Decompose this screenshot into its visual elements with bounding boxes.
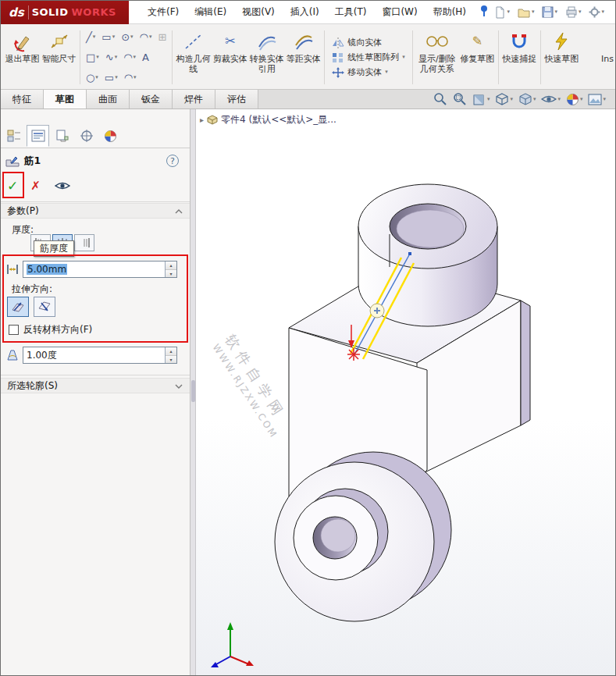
thickness-input[interactable]: 5.00mm ▴ ▾ [23, 261, 177, 278]
zoom-area-button[interactable] [451, 91, 468, 107]
splitter-grip[interactable] [191, 380, 195, 402]
view-orientation-button[interactable]: ▾ [493, 91, 515, 107]
new-document-button[interactable]: ▾ [491, 4, 513, 21]
caret-icon[interactable]: ▾ [134, 75, 137, 80]
hide-show-items-button[interactable]: ▾ [539, 93, 562, 105]
linear-sketch-pattern-button[interactable]: 线性草图阵列 ▾ [329, 51, 408, 64]
move-entities-button[interactable]: 移动实体 ▾ [329, 66, 408, 79]
ok-button[interactable]: ✓ [7, 178, 18, 194]
trim-entities-button[interactable]: ✂ 剪裁实体 [212, 26, 248, 89]
menu-edit[interactable]: 编辑(E) [187, 1, 234, 23]
caret-icon[interactable]: ▾ [580, 97, 583, 102]
sketch-picture-button[interactable]: ⊞ [155, 31, 169, 43]
tab-sketch[interactable]: 草图 [44, 90, 87, 109]
exit-sketch-button[interactable]: 退出草图 [4, 26, 41, 89]
offset-entities-button[interactable]: 等距实体 [285, 26, 322, 89]
chevron-up-icon[interactable] [175, 205, 183, 216]
tab-sheet-metal[interactable]: 钣金 [130, 90, 173, 109]
arc-tool-button[interactable]: ◠▾ [137, 31, 155, 43]
caret-icon[interactable]: ▾ [149, 34, 152, 40]
circle-tool-button[interactable]: ⊙▾ [118, 31, 136, 43]
caret-icon[interactable]: ▾ [601, 9, 604, 15]
parameters-section-header[interactable]: 参数(P) [1, 203, 190, 219]
line-tool-button[interactable]: ╱▾ [83, 31, 98, 43]
pin-menu-icon[interactable] [479, 5, 490, 20]
spin-up-button[interactable]: ▴ [166, 262, 176, 269]
tab-weldments[interactable]: 焊件 [173, 90, 215, 109]
caret-icon[interactable]: ▾ [112, 34, 116, 40]
zoom-fit-button[interactable] [432, 91, 449, 107]
perimeter-circle-button[interactable]: ○▾ [83, 72, 101, 84]
print-button[interactable]: ▾ [562, 4, 585, 20]
draft-angle-input[interactable]: 1.00度 ▴ ▾ [23, 347, 177, 364]
direction-parallel-button[interactable] [7, 297, 29, 317]
graphics-viewport[interactable]: ▸ 零件4 (默认<<默认>_显... 软件自学网 WWW.RJZXW.COM [196, 109, 615, 675]
caret-icon[interactable]: ▾ [510, 97, 513, 102]
flip-material-checkbox[interactable] [9, 325, 19, 335]
open-document-button[interactable]: ▾ [515, 5, 538, 20]
caret-icon[interactable]: ▾ [557, 97, 561, 102]
caret-icon[interactable]: ▾ [603, 97, 606, 102]
three-point-arc-button[interactable]: ◠▾ [120, 52, 139, 63]
menu-window[interactable]: 窗口(W) [374, 1, 425, 23]
panel-splitter[interactable] [190, 109, 196, 675]
display-style-button[interactable]: ▾ [517, 91, 538, 107]
caret-icon[interactable]: ▾ [115, 75, 118, 80]
tab-evaluate[interactable]: 评估 [215, 90, 258, 109]
options-button[interactable]: ▾ [586, 4, 607, 20]
spline-tool-button[interactable]: ∿▾ [102, 52, 120, 63]
menu-help[interactable]: 帮助(H) [426, 1, 474, 23]
menu-tools[interactable]: 工具(T) [327, 1, 375, 23]
smart-dimension-button[interactable]: 智能尺寸 [41, 26, 77, 89]
caret-icon[interactable]: ▾ [532, 9, 535, 15]
direction-normal-button[interactable] [34, 297, 55, 317]
model-3d[interactable] [196, 109, 615, 675]
displaymanager-tab[interactable] [99, 125, 122, 147]
featuremanager-tree-tab[interactable] [2, 125, 25, 147]
thickness-second-side-button[interactable] [74, 234, 94, 251]
cancel-button[interactable]: ✗ [30, 179, 41, 193]
caret-icon[interactable]: ▾ [402, 55, 405, 60]
tab-features[interactable]: 特征 [1, 90, 44, 109]
caret-icon[interactable]: ▾ [96, 55, 99, 60]
chevron-down-icon[interactable] [175, 380, 183, 391]
caret-icon[interactable]: ▾ [93, 34, 96, 40]
repair-sketch-button[interactable]: ✎ 修复草图 [459, 26, 496, 89]
tab-surfaces[interactable]: 曲面 [87, 90, 130, 109]
section-view-button[interactable]: ▾ [471, 91, 492, 107]
thickness-value[interactable]: 5.00mm [27, 264, 67, 275]
help-icon[interactable]: ? [166, 155, 179, 167]
caret-icon[interactable]: ▾ [385, 69, 388, 75]
caret-icon[interactable]: ▾ [507, 9, 510, 15]
caret-icon[interactable]: ▾ [95, 75, 98, 80]
draft-angle-value[interactable]: 1.00度 [23, 349, 165, 362]
tangent-arc-button[interactable]: ◠▾ [121, 72, 140, 84]
propertymanager-tab[interactable] [27, 125, 49, 147]
spin-down-button[interactable]: ▾ [166, 269, 176, 278]
corner-rectangle-tool-button[interactable]: ▭▾ [98, 31, 118, 43]
model-canvas[interactable] [196, 109, 615, 675]
slot-tool-button[interactable]: ▭▾ [101, 72, 121, 84]
mirror-entities-button[interactable]: 镜向实体 [329, 36, 408, 49]
rapid-sketch-button[interactable]: 快速草图 [543, 26, 580, 89]
edit-appearance-button[interactable]: ▾ [564, 92, 585, 107]
text-tool-button[interactable]: A [139, 52, 152, 63]
caret-icon[interactable]: ▾ [134, 55, 137, 60]
caret-icon[interactable]: ▾ [533, 97, 536, 102]
breadcrumb[interactable]: ▸ 零件4 (默认<<默认>_显... [200, 113, 336, 126]
display-delete-relations-button[interactable]: 显示/删除几何关系 [415, 26, 459, 89]
caret-icon[interactable]: ▾ [487, 97, 490, 102]
caret-icon[interactable]: ▾ [115, 55, 118, 60]
dimxpertmanager-tab[interactable] [75, 125, 98, 147]
construction-geometry-button[interactable]: 构造几何线 [175, 26, 212, 89]
caret-icon[interactable]: ▾ [579, 9, 582, 15]
spin-down-button[interactable]: ▾ [166, 355, 176, 364]
selected-contours-section-header[interactable]: 所选轮廓(S) [1, 378, 190, 393]
breadcrumb-arrow-icon[interactable]: ▸ [200, 116, 204, 124]
quick-snaps-button[interactable]: 快速捕捉 [501, 26, 538, 89]
rectangle-tool-button[interactable]: □▾ [83, 52, 102, 63]
configurationmanager-tab[interactable] [51, 125, 73, 147]
menu-file[interactable]: 文件(F) [140, 1, 187, 23]
convert-entities-button[interactable]: 转换实体引用 [248, 26, 285, 89]
save-button[interactable]: ▾ [539, 4, 561, 20]
